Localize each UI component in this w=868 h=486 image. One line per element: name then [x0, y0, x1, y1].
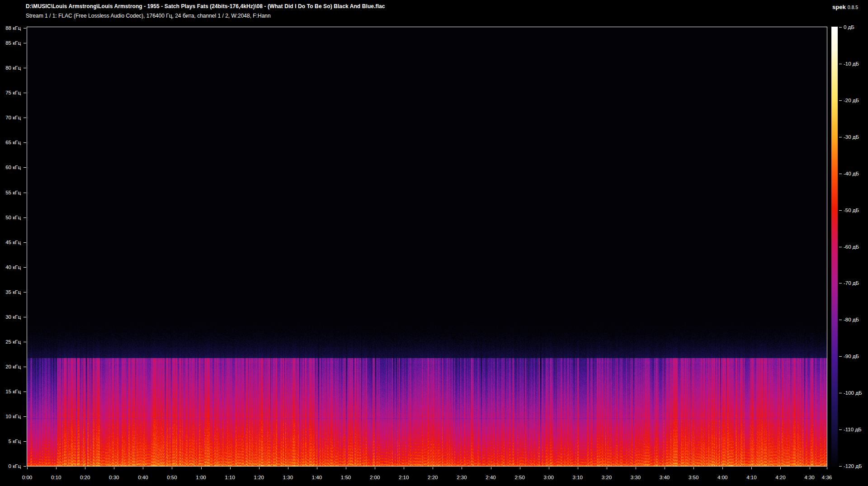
- freq-axis-tick: [24, 28, 26, 28]
- freq-axis-tick: [24, 342, 26, 342]
- time-axis-tick: [810, 467, 810, 469]
- freq-axis-label: 85 кГц: [0, 40, 21, 46]
- freq-axis-label: 20 кГц: [0, 363, 21, 370]
- db-axis-tick: [839, 320, 842, 320]
- db-axis-tick: [839, 356, 842, 357]
- freq-axis-tick: [24, 193, 26, 193]
- freq-axis-tick: [24, 292, 26, 293]
- db-color-scale: [831, 27, 838, 467]
- time-axis-tick: [375, 467, 375, 469]
- time-axis-tick: [259, 467, 259, 469]
- time-axis-tick: [665, 467, 665, 469]
- freq-axis-tick: [24, 118, 26, 118]
- db-axis-tick: [839, 247, 842, 247]
- time-axis-tick: [520, 467, 520, 469]
- time-axis-tick: [201, 467, 202, 469]
- spek-window: { "app": { "name": "spek", "version": "0…: [0, 0, 868, 486]
- time-axis-tick: [827, 467, 827, 469]
- db-axis-label: -70 дБ: [844, 280, 859, 286]
- time-axis-tick: [346, 467, 346, 469]
- db-axis-tick: [839, 100, 842, 101]
- time-axis-tick: [56, 467, 57, 469]
- time-axis-label: 3:40: [655, 474, 675, 481]
- db-axis-tick: [839, 137, 842, 137]
- time-axis-tick: [549, 467, 549, 469]
- freq-axis-label: 65 кГц: [0, 139, 21, 146]
- freq-axis-label: 45 кГц: [0, 239, 21, 245]
- time-axis-label: 0:20: [75, 474, 95, 481]
- freq-axis-tick: [24, 43, 26, 43]
- freq-axis-tick: [24, 317, 26, 317]
- db-axis-label: 0 дБ: [844, 24, 854, 30]
- db-axis-label: -90 дБ: [844, 353, 859, 359]
- db-axis-label: -100 дБ: [844, 390, 862, 396]
- freq-axis-label: 70 кГц: [0, 114, 21, 121]
- time-axis-label: 0:50: [162, 474, 182, 481]
- time-axis-tick: [607, 467, 607, 469]
- freq-axis-tick: [24, 217, 26, 218]
- time-axis-label: 0:10: [46, 474, 66, 481]
- time-axis-tick: [491, 467, 491, 469]
- db-axis-tick: [839, 210, 842, 211]
- time-axis-label: 1:40: [307, 474, 327, 481]
- time-axis-label: 3:20: [597, 474, 617, 481]
- freq-axis-label: 50 кГц: [0, 214, 21, 221]
- time-axis-label: 0:40: [133, 474, 153, 481]
- db-axis-label: -50 дБ: [844, 207, 859, 213]
- time-axis-label: 1:30: [278, 474, 298, 481]
- time-axis-label: 4:30: [800, 474, 820, 481]
- freq-axis-label: 40 кГц: [0, 264, 21, 270]
- freq-axis-label: 25 кГц: [0, 339, 21, 345]
- time-axis-tick: [143, 467, 143, 469]
- time-axis-label: 2:20: [423, 474, 443, 481]
- time-axis-tick: [27, 467, 28, 469]
- freq-axis-label: 0 кГц: [0, 463, 21, 469]
- freq-axis-tick: [24, 68, 26, 68]
- freq-axis-label: 30 кГц: [0, 314, 21, 320]
- time-axis-tick: [462, 467, 462, 469]
- freq-axis-tick: [24, 416, 26, 417]
- time-axis-label: 2:30: [452, 474, 472, 481]
- time-axis-label: 4:36: [817, 474, 837, 481]
- app-name: spek: [832, 4, 846, 10]
- time-axis-label: 4:10: [741, 474, 761, 481]
- time-axis-tick: [780, 467, 781, 469]
- db-axis-tick: [839, 466, 842, 467]
- time-axis-label: 3:50: [684, 474, 703, 481]
- time-axis-label: 0:00: [17, 474, 37, 481]
- time-axis-tick: [433, 467, 433, 469]
- app-version: 0.8.5: [848, 5, 858, 10]
- time-axis-tick: [114, 467, 114, 469]
- db-axis-tick: [839, 283, 842, 283]
- db-axis-tick: [839, 174, 842, 174]
- time-axis-tick: [230, 467, 231, 469]
- time-axis-tick: [578, 467, 578, 469]
- time-axis-tick: [317, 467, 317, 469]
- time-axis-label: 4:00: [712, 474, 732, 481]
- time-axis-tick: [288, 467, 288, 469]
- time-axis-label: 2:50: [510, 474, 530, 481]
- freq-axis-label: 5 кГц: [0, 438, 21, 444]
- freq-axis-label: 35 кГц: [0, 289, 21, 295]
- stream-info: Stream 1 / 1: FLAC (Free Lossless Audio …: [26, 13, 271, 19]
- db-axis-label: -120 дБ: [844, 463, 862, 469]
- freq-axis-label: 80 кГц: [0, 65, 21, 71]
- freq-axis-tick: [24, 242, 26, 243]
- time-axis-tick: [172, 467, 172, 469]
- time-axis-label: 2:00: [365, 474, 385, 481]
- db-axis-tick: [839, 393, 842, 393]
- freq-axis-tick: [24, 466, 26, 467]
- time-axis-label: 3:30: [626, 474, 646, 481]
- db-axis-label: -110 дБ: [844, 426, 862, 433]
- time-axis-label: 1:50: [336, 474, 356, 481]
- freq-axis-label: 88 кГц: [0, 25, 21, 31]
- time-axis-label: 3:00: [539, 474, 559, 481]
- freq-axis-label: 55 кГц: [0, 189, 21, 196]
- freq-axis-label: 10 кГц: [0, 413, 21, 420]
- time-axis-label: 1:20: [249, 474, 269, 481]
- time-axis-tick: [636, 467, 636, 469]
- time-axis-tick: [693, 467, 694, 469]
- spectrogram-canvas: [27, 27, 827, 466]
- freq-axis-tick: [24, 142, 26, 143]
- time-axis-tick: [722, 467, 723, 469]
